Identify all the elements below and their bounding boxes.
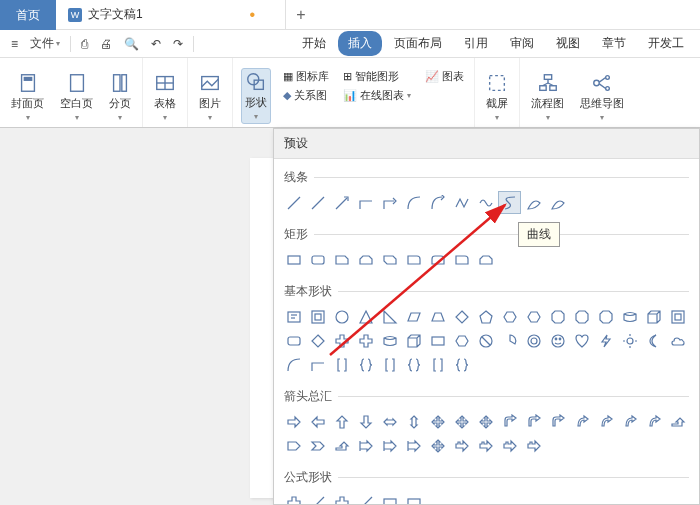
tab-insert[interactable]: 插入 [338,31,382,56]
shape-brace[interactable] [450,353,473,376]
undo-icon[interactable]: ↶ [146,35,166,53]
shape-circle[interactable] [330,305,353,328]
shape-round1[interactable] [402,248,425,271]
shape-elbow[interactable] [354,191,377,214]
shape-arrCu[interactable] [618,410,641,433]
shape-plus[interactable] [330,491,353,505]
shape-arrB[interactable] [498,410,521,433]
shape-arr4[interactable] [426,434,449,457]
shape-frame[interactable] [666,305,689,328]
shape-arrR[interactable] [282,410,305,433]
shape-rect[interactable] [282,248,305,271]
shape-arrP[interactable] [282,434,305,457]
shape-arr4[interactable] [426,410,449,433]
shape-noent[interactable] [474,329,497,352]
shape-rrect[interactable] [282,329,305,352]
shapes-button[interactable]: 形状▾ [241,68,271,124]
screenshot-button[interactable]: 截屏▾ [483,70,511,124]
tab-dev[interactable]: 开发工 [638,31,694,56]
shape-elbowarr[interactable] [378,191,401,214]
tab-pagelayout[interactable]: 页面布局 [384,31,452,56]
mindmap-button[interactable]: 思维导图▾ [577,70,627,124]
shape-cube[interactable] [402,329,425,352]
shape-heart[interactable] [570,329,593,352]
image-button[interactable]: 图片▾ [196,70,224,124]
shape-plus[interactable] [354,329,377,352]
shape-rect[interactable] [402,491,425,505]
blank-button[interactable]: 空白页▾ [57,70,96,124]
shape-pent[interactable] [474,305,497,328]
print-icon[interactable]: 🖨 [95,35,117,53]
shape-arr4[interactable] [474,410,497,433]
pagebreak-button[interactable]: 分页▾ [106,70,134,124]
shape-cloud[interactable] [666,329,689,352]
shape-arrB[interactable] [522,410,545,433]
tab-reference[interactable]: 引用 [454,31,498,56]
shape-round1[interactable] [450,248,473,271]
shape-curve[interactable] [402,191,425,214]
shape-arrN[interactable] [666,410,689,433]
onlinechart-button[interactable]: 📊在线图表▾ [341,87,413,104]
shape-brace[interactable] [402,353,425,376]
shape-hex[interactable] [450,329,473,352]
cover-button[interactable]: 封面页▾ [8,70,47,124]
shape-bracket[interactable] [378,353,401,376]
shape-arrCall[interactable] [402,434,425,457]
shape-zigzag[interactable] [450,191,473,214]
shape-tri[interactable] [354,305,377,328]
save-icon[interactable]: ⎙ [76,35,93,53]
file-menu[interactable]: 文件▾ [25,33,65,54]
shape-arrStr[interactable] [474,434,497,457]
shape-arr4[interactable] [450,410,473,433]
tab-start[interactable]: 开始 [292,31,336,56]
shape-arrCall[interactable] [354,434,377,457]
flowchart-button[interactable]: 流程图▾ [528,70,567,124]
shape-brace[interactable] [354,353,377,376]
shape-rect[interactable] [378,491,401,505]
shape-text[interactable] [282,305,305,328]
shape-hex[interactable] [522,305,545,328]
tab-view[interactable]: 视图 [546,31,590,56]
menu-icon[interactable]: ≡ [6,35,23,53]
shape-arc[interactable] [282,353,305,376]
shape-snip2[interactable] [354,248,377,271]
shape-rtri[interactable] [378,305,401,328]
shape-para[interactable] [402,305,425,328]
shape-arrCall[interactable] [378,434,401,457]
iconlib-button[interactable]: ▦图标库 [281,68,331,85]
shape-bracket[interactable] [426,353,449,376]
shape-bolt[interactable] [594,329,617,352]
shape-pie[interactable] [498,329,521,352]
shape-arrD[interactable] [354,410,377,433]
shape-line[interactable] [354,491,377,505]
shape-moon[interactable] [642,329,665,352]
shape-cube[interactable] [642,305,665,328]
shape-plus[interactable] [282,491,305,505]
tab-review[interactable]: 审阅 [500,31,544,56]
document-tab[interactable]: W 文字文稿1 • [56,0,286,30]
shape-arrStr[interactable] [450,434,473,457]
shape-arrB[interactable] [546,410,569,433]
shape-snip2[interactable] [474,248,497,271]
shape-arrCu[interactable] [570,410,593,433]
shape-scurve[interactable] [498,191,521,214]
shape-arrU[interactable] [330,410,353,433]
shape-donut[interactable] [522,329,545,352]
shape-smile[interactable] [546,329,569,352]
home-tab[interactable]: 首页 [0,0,56,30]
shape-closed[interactable] [522,191,545,214]
shape-arrN[interactable] [330,434,353,457]
shape-frame[interactable] [306,305,329,328]
shape-snip1[interactable] [330,248,353,271]
shape-arrCu[interactable] [642,410,665,433]
shape-oct[interactable] [546,305,569,328]
table-button[interactable]: 表格▾ [151,70,179,124]
shape-bracket[interactable] [330,353,353,376]
shape-dia[interactable] [450,305,473,328]
shape-rect[interactable] [426,329,449,352]
shape-arrStr[interactable] [522,434,545,457]
tab-chapter[interactable]: 章节 [592,31,636,56]
shape-rrect[interactable] [306,248,329,271]
shape-line[interactable] [306,191,329,214]
shape-closed[interactable] [546,191,569,214]
